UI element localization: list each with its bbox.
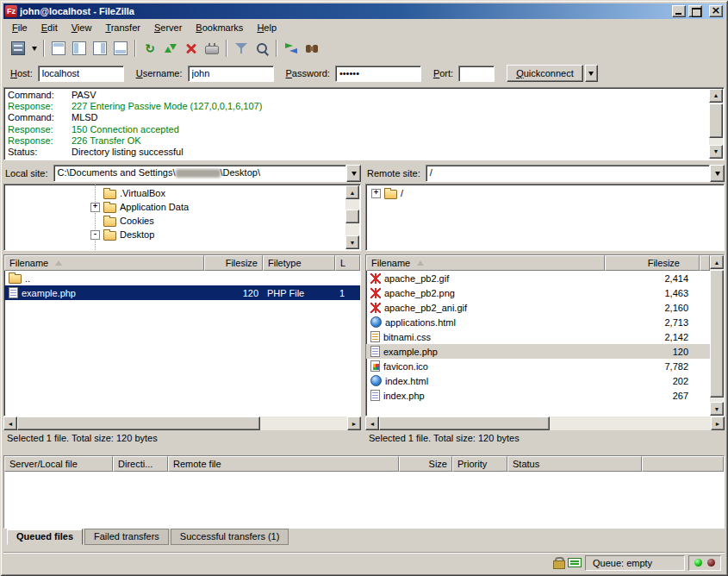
column-header-last-modified[interactable]: L: [335, 255, 360, 271]
host-input[interactable]: [38, 66, 124, 82]
remote-list-scrollbar[interactable]: [710, 255, 724, 416]
column-header-filename[interactable]: Filename: [4, 255, 204, 271]
chevron-down-icon: [588, 72, 594, 78]
close-button[interactable]: [709, 5, 723, 17]
username-input[interactable]: [188, 66, 274, 82]
column-header-filesize[interactable]: Filesize: [204, 255, 263, 271]
column-header-size[interactable]: Size: [399, 456, 452, 472]
menu-item-help[interactable]: Help: [250, 20, 283, 35]
site-manager-button[interactable]: [8, 39, 28, 58]
port-input[interactable]: [458, 66, 495, 82]
local-list-hscrollbar[interactable]: [3, 416, 361, 430]
synchronized-browsing-button[interactable]: [281, 39, 302, 58]
scroll-down-button[interactable]: [709, 145, 723, 159]
column-header-filetype[interactable]: Filetype: [263, 255, 335, 271]
toggle-transfer-queue-button[interactable]: [110, 39, 131, 58]
column-header-status[interactable]: Status: [507, 456, 642, 472]
filter-button[interactable]: [231, 39, 252, 58]
remote-site-dropdown-button[interactable]: [710, 165, 725, 182]
menu-item-edit[interactable]: Edit: [34, 20, 65, 35]
tree-item[interactable]: -Desktop: [4, 228, 360, 241]
scroll-left-button[interactable]: [365, 416, 379, 430]
maximize-button[interactable]: [688, 5, 702, 17]
remote-site-label: Remote site:: [365, 168, 426, 178]
minimize-button[interactable]: [672, 5, 686, 17]
disconnect-button[interactable]: [202, 39, 222, 58]
site-manager-dropdown-button[interactable]: [28, 39, 40, 58]
remote-list-hscrollbar[interactable]: [365, 416, 725, 430]
tab-successful-transfers[interactable]: Successful transfers (1): [171, 529, 289, 545]
cancel-icon: [184, 41, 198, 55]
password-input[interactable]: [335, 66, 421, 82]
file-row[interactable]: bitnami.css2,142: [366, 329, 710, 344]
scroll-down-button[interactable]: [345, 235, 359, 249]
html-file-icon: [370, 375, 382, 386]
process-queue-button[interactable]: [160, 39, 181, 58]
local-site-combo[interactable]: C:\Documents and Settings\\Desktop\: [53, 165, 361, 182]
file-row[interactable]: index.html202: [366, 373, 710, 388]
local-path-field[interactable]: C:\Documents and Settings\\Desktop\: [53, 165, 346, 182]
scrollbar-thumb[interactable]: [710, 270, 724, 398]
toggle-message-log-button[interactable]: [48, 39, 69, 58]
filter-icon: [234, 41, 248, 55]
column-header-remote-file[interactable]: Remote file: [168, 456, 399, 472]
scroll-down-button[interactable]: [710, 402, 724, 416]
local-tree-scrollbar[interactable]: [345, 185, 359, 249]
refresh-button[interactable]: [140, 39, 160, 58]
parent-directory-row[interactable]: ..: [4, 271, 360, 285]
scrollbar-thumb[interactable]: [709, 103, 723, 138]
directory-comparison-button[interactable]: [252, 39, 272, 58]
remote-site-combo[interactable]: /: [426, 165, 725, 182]
file-row-selected[interactable]: example.php 120 PHP File 1: [4, 285, 360, 300]
column-header-filename[interactable]: Filename: [366, 255, 605, 271]
scrollbar-thumb[interactable]: [345, 210, 359, 223]
column-header-filesize[interactable]: Filesize: [605, 255, 700, 271]
log-line: Command:MLSD: [8, 112, 706, 123]
menu-item-bookmarks[interactable]: Bookmarks: [189, 20, 250, 35]
menu-item-server[interactable]: Server: [147, 20, 189, 35]
scroll-up-button[interactable]: [709, 89, 723, 103]
scrollbar-thumb[interactable]: [379, 416, 550, 430]
toggle-remote-tree-button[interactable]: [90, 39, 110, 58]
local-site-dropdown-button[interactable]: [346, 165, 361, 182]
tree-item[interactable]: .VirtualBox: [4, 186, 360, 200]
speed-limits-icon[interactable]: [568, 558, 582, 567]
menu-item-view[interactable]: View: [65, 20, 99, 35]
column-header-priority[interactable]: Priority: [452, 456, 507, 472]
find-files-button[interactable]: [302, 39, 322, 58]
quickconnect-dropdown-button[interactable]: [585, 65, 598, 82]
tree-item[interactable]: Cookies: [4, 214, 360, 228]
log-scrollbar[interactable]: [709, 89, 723, 159]
tree-expander-icon[interactable]: -: [90, 230, 100, 240]
username-label: Username:: [136, 68, 183, 78]
scroll-up-button[interactable]: [345, 185, 359, 199]
log-line: Response:227 Entering Passive Mode (127,…: [8, 101, 706, 112]
file-row[interactable]: index.php267: [366, 388, 710, 403]
cancel-button[interactable]: [181, 39, 202, 58]
column-header-server-local-file[interactable]: Server/Local file: [4, 456, 113, 472]
scroll-right-button[interactable]: [711, 416, 725, 430]
file-row[interactable]: apache_pb2.gif2,414: [366, 271, 710, 285]
tab-queued-files[interactable]: Queued files: [7, 529, 83, 545]
quickconnect-button[interactable]: Quickconnect: [507, 65, 583, 82]
file-row[interactable]: applications.html2,713: [366, 315, 710, 329]
scroll-left-button[interactable]: [3, 416, 17, 430]
column-header-direction[interactable]: Directi...: [113, 456, 168, 472]
tree-expander-icon[interactable]: +: [371, 189, 381, 198]
scroll-up-button[interactable]: [710, 255, 724, 269]
file-row[interactable]: favicon.ico7,782: [366, 359, 710, 373]
encryption-status-icon[interactable]: [553, 557, 564, 569]
toggle-local-tree-button[interactable]: [69, 39, 90, 58]
file-row-highlighted[interactable]: example.php120: [366, 344, 710, 359]
scroll-right-button[interactable]: [347, 416, 361, 430]
file-row[interactable]: apache_pb2_ani.gif2,160: [366, 300, 710, 315]
tab-failed-transfers[interactable]: Failed transfers: [84, 529, 169, 545]
menu-item-transfer[interactable]: Transfer: [98, 20, 147, 35]
tree-item[interactable]: +Application Data: [4, 200, 360, 214]
scrollbar-thumb[interactable]: [17, 416, 260, 430]
file-row[interactable]: apache_pb2.png1,463: [366, 285, 710, 300]
tree-item[interactable]: +/: [366, 186, 724, 200]
menu-item-file[interactable]: File: [5, 20, 34, 35]
tree-expander-icon[interactable]: +: [90, 203, 100, 212]
remote-path-field[interactable]: /: [426, 165, 710, 182]
